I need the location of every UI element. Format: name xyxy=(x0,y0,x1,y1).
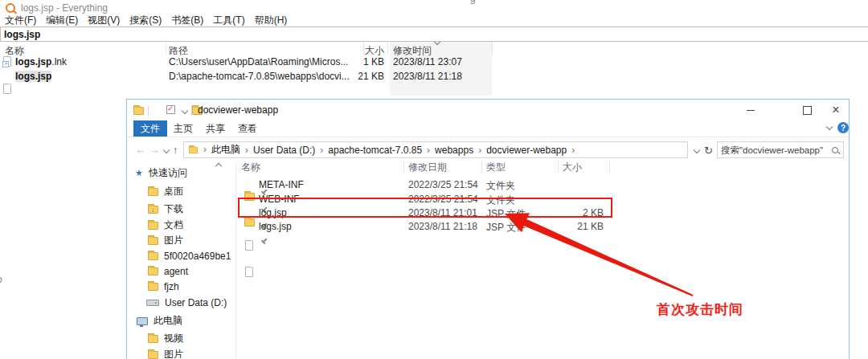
column-header-size[interactable]: 大小 xyxy=(563,161,582,174)
sidebar-item-label: 下载 xyxy=(164,202,183,216)
sidebar-item-label: 此电脑 xyxy=(154,314,182,328)
breadcrumb-item-docviewer-webapp[interactable]: docviewer-webapp xyxy=(473,145,567,156)
explorer-search-input[interactable] xyxy=(718,145,832,155)
sidebar-item-fjzh[interactable]: fjzh xyxy=(148,279,179,293)
tab-file[interactable]: 文件 xyxy=(133,120,167,137)
breadcrumb-trailing-separator[interactable] xyxy=(567,145,579,156)
menu-item-view[interactable]: 视图(V) xyxy=(88,14,120,27)
sidebar-item-label: 视频 xyxy=(164,332,183,345)
menu-item-tools[interactable]: 工具(T) xyxy=(213,14,244,27)
sidebar-item-label: agent xyxy=(164,266,188,277)
jsp-file-icon xyxy=(245,267,253,277)
shortcut-file-icon: ↗ xyxy=(3,56,11,67)
sidebar-item-this-pc[interactable]: 此电脑 xyxy=(137,314,182,328)
sidebar-item-label: 图片 xyxy=(164,348,183,359)
result-size: 21 KB xyxy=(338,71,384,82)
menu-item-file[interactable]: 文件(F) xyxy=(5,14,36,27)
column-header-modified[interactable]: 修改日期 xyxy=(408,161,447,174)
sidebar-item-label: 图片 xyxy=(164,234,183,247)
downloads-folder-icon: ↓ xyxy=(148,206,158,214)
sidebar-item-label: User Data (D:) xyxy=(165,297,227,308)
column-header-name[interactable]: 名称 xyxy=(241,161,260,174)
column-divider xyxy=(387,42,388,55)
tab-view[interactable]: 查看 xyxy=(238,122,257,136)
quick-access-check-icon[interactable] xyxy=(166,105,175,114)
refresh-icon[interactable]: ↻ xyxy=(704,145,713,157)
tab-home[interactable]: 主页 xyxy=(174,122,193,136)
sidebar-item-quick-access[interactable]: ★ 快速访问 xyxy=(135,166,187,180)
folder-icon xyxy=(148,267,158,275)
menu-item-help[interactable]: 帮助(H) xyxy=(255,14,288,27)
pictures-folder-icon xyxy=(148,351,158,359)
file-type: 文件夹 xyxy=(486,179,515,193)
menu-item-search[interactable]: 搜索(S) xyxy=(129,14,162,27)
sidebar-item-pictures-2[interactable]: 图片 xyxy=(148,348,183,359)
search-icon xyxy=(832,147,838,153)
breadcrumb-item-drive[interactable]: User Data (D:) xyxy=(240,145,315,156)
everything-window-title: logs.jsp - Everything xyxy=(21,2,108,14)
address-bar[interactable]: 此电脑 User Data (D:) apache-tomcat-7.0.85 … xyxy=(183,141,688,158)
cropped-text-fragment: o xyxy=(0,274,2,285)
forward-icon[interactable]: → xyxy=(149,144,160,156)
maximize-icon xyxy=(803,106,812,115)
tab-share[interactable]: 共享 xyxy=(206,122,225,136)
result-name: logs.jsp xyxy=(15,71,51,82)
sidebar-item-5f0020a469be1[interactable]: 5f0020a469be1 xyxy=(148,249,231,263)
everything-result-row[interactable]: ↗ logs.jsp.lnk C:\Users\user\AppData\Roa… xyxy=(0,0,868,13)
sidebar-item-downloads[interactable]: ↓ 下载 xyxy=(148,202,195,216)
menu-item-bookmarks[interactable]: 书签(B) xyxy=(171,14,203,27)
explorer-window-title: docviewer-webapp xyxy=(198,104,278,116)
sidebar-item-label: fjzh xyxy=(164,281,179,292)
minimize-button[interactable] xyxy=(738,100,764,120)
drive-icon xyxy=(146,300,159,306)
column-header-type[interactable]: 类型 xyxy=(486,161,506,174)
sidebar-item-label: 文档 xyxy=(164,218,183,232)
folder-icon xyxy=(244,218,255,226)
sidebar-item-desktop[interactable]: 桌面 xyxy=(148,185,195,198)
close-button[interactable]: × xyxy=(823,100,849,120)
file-modified: 2022/3/25 21:54 xyxy=(408,179,478,190)
column-divider xyxy=(609,161,610,173)
column-divider xyxy=(481,161,482,173)
breadcrumb-item-tomcat[interactable]: apache-tomcat-7.0.85 xyxy=(315,145,422,156)
result-modified: 2023/8/11 21:18 xyxy=(393,71,462,82)
result-size: 1 KB xyxy=(338,56,384,67)
sidebar-item-videos[interactable]: 视频 xyxy=(148,332,183,345)
sidebar-item-documents[interactable]: 文档 xyxy=(148,218,195,232)
divider xyxy=(235,162,236,359)
pin-icon xyxy=(260,236,268,245)
videos-folder-icon xyxy=(148,335,158,343)
jsp-file-icon xyxy=(245,240,253,251)
column-divider xyxy=(558,161,559,173)
result-name: logs.jsp xyxy=(15,56,51,67)
everything-search-input[interactable] xyxy=(0,27,868,42)
ribbon-tabs: 主页 共享 查看 xyxy=(174,120,257,137)
result-path: C:\Users\user\AppData\Roaming\Micros... xyxy=(169,56,348,67)
file-name: META-INF xyxy=(259,179,304,190)
screen: logs.jsp - Everything 文件(F) 编辑(E) 视图(V) … xyxy=(0,0,868,359)
sidebar-scroll-up-icon[interactable] xyxy=(215,163,222,169)
file-modified: 2023/8/11 21:18 xyxy=(408,221,477,232)
sidebar-item-user-data-drive[interactable]: User Data (D:) xyxy=(146,296,227,309)
file-icon xyxy=(3,84,11,94)
breadcrumb-item-this-pc[interactable]: 此电脑 xyxy=(199,143,240,157)
sidebar-item-agent[interactable]: agent xyxy=(148,264,188,278)
help-icon[interactable]: ? xyxy=(837,122,849,133)
sidebar-item-pictures[interactable]: 图片 xyxy=(148,234,195,247)
menu-item-edit[interactable]: 编辑(E) xyxy=(46,14,78,27)
breadcrumb-item-webapps[interactable]: webapps xyxy=(422,145,473,156)
file-type: JSP 文件 xyxy=(486,221,526,235)
folder-icon xyxy=(148,252,158,260)
annotation-label: 首次攻击时间 xyxy=(657,300,743,319)
up-icon[interactable]: ↑ xyxy=(173,144,178,156)
maximize-button[interactable] xyxy=(794,100,820,120)
documents-folder-icon xyxy=(148,222,158,230)
file-size: 21 KB xyxy=(561,221,604,232)
everything-menubar: 文件(F) 编辑(E) 视图(V) 搜索(S) 书签(B) 工具(T) 帮助(H… xyxy=(5,14,287,27)
sidebar-item-label: 桌面 xyxy=(164,185,183,198)
result-name-suffix: .lnk xyxy=(51,56,67,67)
column-divider xyxy=(492,42,493,55)
sidebar-item-label: 快速访问 xyxy=(149,166,187,180)
explorer-search-box xyxy=(717,141,844,158)
back-icon[interactable]: ← xyxy=(135,144,145,156)
